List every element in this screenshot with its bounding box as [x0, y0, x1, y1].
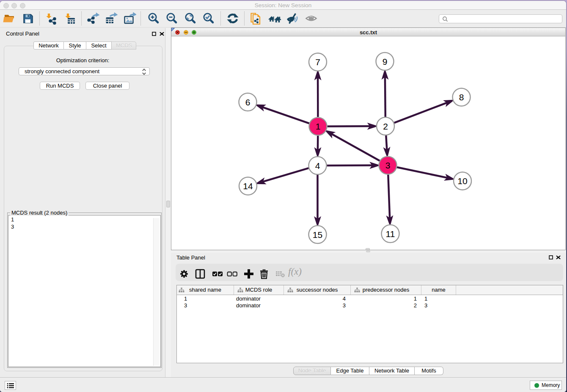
svg-text:14: 14	[243, 181, 253, 191]
svg-text:8: 8	[459, 92, 464, 102]
svg-text:1: 1	[316, 121, 321, 131]
svg-text:3: 3	[385, 160, 391, 170]
svg-text:15: 15	[313, 230, 322, 240]
svg-text:6: 6	[245, 97, 250, 107]
svg-text:7: 7	[315, 57, 320, 67]
svg-text:10: 10	[457, 176, 467, 186]
svg-text:4: 4	[315, 161, 320, 171]
svg-text:2: 2	[383, 121, 388, 131]
svg-text:9: 9	[383, 57, 388, 66]
svg-text:11: 11	[386, 229, 395, 239]
